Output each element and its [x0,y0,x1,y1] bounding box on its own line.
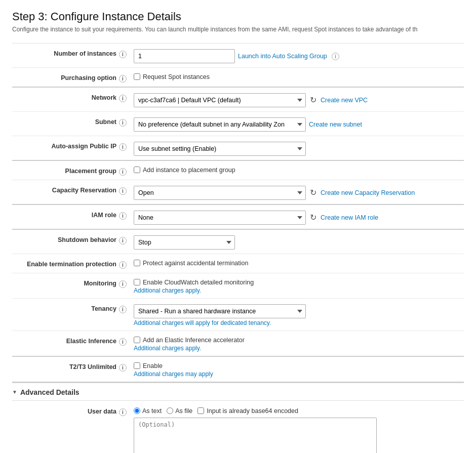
row-tenancy: Tenancy i Shared - Run a shared hardware… [12,299,464,331]
select-capacity-reservation[interactable]: Open [134,186,306,200]
select-iam-role[interactable]: None [134,211,306,225]
row-placement-group: Placement group i Add instance to placem… [12,161,464,180]
checkbox-elastic-input[interactable] [134,337,140,343]
checkbox-t2t3[interactable]: Enable [134,362,213,369]
label-t2t3-unlimited: T2/T3 Unlimited [69,363,116,370]
label-placement-group: Placement group [65,168,116,175]
radio-as-text-input[interactable] [134,407,140,414]
refresh-network-icon[interactable]: ↻ [310,95,316,105]
info-icon-shutdown[interactable]: i [119,237,127,244]
info-icon-instances[interactable]: i [119,51,127,58]
page-title: Step 3: Configure Instance Details [12,10,464,23]
info-icon-termination[interactable]: i [119,261,127,269]
info-icon-elastic[interactable]: i [119,338,127,346]
label-elastic-inference: Elastic Inference [66,338,116,345]
info-icon-purchasing[interactable]: i [119,75,127,83]
radio-as-text[interactable]: As text [134,407,162,415]
select-network[interactable]: vpc-c3af7ca6 | Default VPC (default) [134,93,306,107]
launch-auto-scaling-link[interactable]: Launch into Auto Scaling Group i [238,52,339,60]
row-iam-role: IAM role i None ↻ Create new IAM role [12,205,464,230]
advanced-details-label: Advanced Details [20,388,80,396]
user-data-textarea[interactable] [134,418,377,453]
info-icon-tenancy[interactable]: i [119,306,127,313]
label-monitoring: Monitoring [84,280,116,287]
advanced-details-triangle: ▼ [12,389,17,395]
elastic-charges-link[interactable]: Additional charges apply. [134,345,245,352]
checkbox-t2t3-input[interactable] [134,362,140,369]
label-subnet: Subnet [95,118,116,126]
radio-as-file-input[interactable] [167,407,173,414]
row-network: Network i vpc-c3af7ca6 | Default VPC (de… [12,88,464,112]
label-number-of-instances: Number of instances [54,50,116,57]
label-shutdown-behavior: Shutdown behavior [58,236,116,243]
label-capacity-reservation: Capacity Reservation [52,187,116,194]
checkbox-spot-instances-input[interactable] [134,73,140,80]
label-iam-role: IAM role [92,212,116,219]
t2t3-charges-link[interactable]: Additional charges may apply [134,370,213,378]
checkbox-placement-group-input[interactable] [134,167,140,173]
checkbox-monitoring-input[interactable] [134,279,140,285]
checkbox-placement-group[interactable]: Add instance to placement group [134,167,235,174]
label-termination-protection: Enable termination protection [27,261,116,268]
create-capacity-link[interactable]: Create new Capacity Reservation [321,189,415,196]
create-vpc-link[interactable]: Create new VPC [321,97,368,104]
info-icon-monitoring[interactable]: i [119,280,127,288]
info-icon-network[interactable]: i [119,95,127,102]
select-tenancy[interactable]: Shared - Run a shared hardware instance [134,304,306,318]
checkbox-monitoring[interactable]: Enable CloudWatch detailed monitoring [134,279,254,286]
form-section-advanced: User data i As text As file Input is alr… [12,400,464,453]
refresh-iam-icon[interactable]: ↻ [310,213,316,222]
label-purchasing-option: Purchasing option [61,74,116,81]
info-icon-iam[interactable]: i [119,212,127,220]
refresh-capacity-icon[interactable]: ↻ [310,188,316,197]
select-auto-assign-ip[interactable]: Use subnet setting (Enable) [134,142,306,156]
label-tenancy: Tenancy [91,305,116,312]
info-icon-t2t3[interactable]: i [119,364,127,372]
label-user-data: User data [88,408,116,415]
info-icon-subnet[interactable]: i [119,119,127,127]
create-iam-link[interactable]: Create new IAM role [321,214,378,221]
row-purchasing-option: Purchasing option i Request Spot instanc… [12,68,464,88]
row-termination-protection: Enable termination protection i Protect … [12,254,464,273]
row-auto-assign-ip: Auto-assign Public IP i Use subnet setti… [12,136,464,161]
row-number-of-instances: Number of instances i Launch into Auto S… [12,44,464,68]
info-icon-auto-assign[interactable]: i [119,143,127,151]
checkbox-spot-instances[interactable]: Request Spot instances [134,73,210,80]
form-section-main: Number of instances i Launch into Auto S… [12,43,464,383]
label-auto-assign-ip: Auto-assign Public IP [52,143,117,150]
row-monitoring: Monitoring i Enable CloudWatch detailed … [12,273,464,299]
row-shutdown-behavior: Shutdown behavior i Stop [12,230,464,254]
info-icon-auto-scaling[interactable]: i [332,53,339,60]
user-data-radio-group: As text As file Input is already base64 … [134,407,298,415]
info-icon-capacity[interactable]: i [119,187,127,195]
input-number-of-instances[interactable] [134,49,235,63]
row-subnet: Subnet i No preference (default subnet i… [12,112,464,136]
advanced-details-header[interactable]: ▼ Advanced Details [12,383,464,400]
monitoring-charges-link[interactable]: Additional charges apply. [134,287,254,294]
info-icon-placement[interactable]: i [119,168,127,176]
label-network: Network [92,94,116,101]
radio-as-file[interactable]: As file [167,407,192,415]
page-subtitle: Configure the instance to suit your requ… [12,25,464,34]
tenancy-charges-link[interactable]: Additional charges will apply for dedica… [134,319,306,326]
checkbox-termination-input[interactable] [134,260,140,266]
select-shutdown-behavior[interactable]: Stop [134,235,235,250]
select-subnet[interactable]: No preference (default subnet in any Ava… [134,117,306,132]
row-elastic-inference: Elastic Inference i Add an Elastic Infer… [12,331,464,357]
checkbox-elastic-inference[interactable]: Add an Elastic Inference accelerator [134,337,245,344]
checkbox-base64-input[interactable] [197,407,204,414]
row-t2t3-unlimited: T2/T3 Unlimited i Enable Additional char… [12,357,464,383]
create-subnet-link[interactable]: Create new subnet [309,121,362,128]
row-user-data: User data i As text As file Input is alr… [12,401,464,453]
info-icon-user-data[interactable]: i [119,408,127,416]
row-capacity-reservation: Capacity Reservation i Open ↻ Create new… [12,180,464,205]
checkbox-base64[interactable]: Input is already base64 encoded [197,407,298,415]
checkbox-termination-protection[interactable]: Protect against accidental termination [134,260,248,267]
